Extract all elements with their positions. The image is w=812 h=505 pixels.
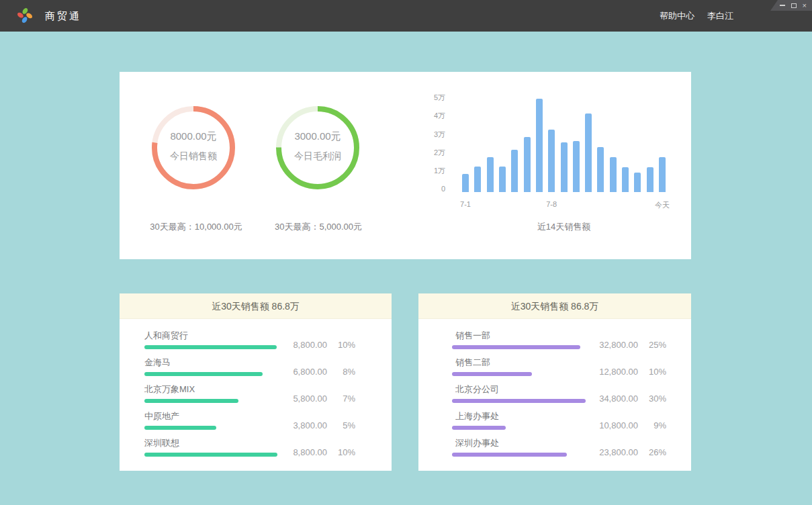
list-item-amount: 8,800.00 <box>293 447 327 457</box>
today-profit-max-caption: 30天最高：5,000.00元 <box>244 221 393 233</box>
bar <box>548 130 555 192</box>
list-item: 中原地产 3,800.00 5% <box>120 411 392 438</box>
list-item-percent: 10% <box>646 367 666 377</box>
bar-chart-xaxis: 7-17-8今天 <box>462 200 666 210</box>
bar <box>610 157 617 192</box>
app-title: 商贸通 <box>45 0 81 32</box>
today-profit-value: 3000.00元 <box>294 130 341 143</box>
list-item-name: 深圳联想 <box>144 438 392 448</box>
help-center-link[interactable]: 帮助中心 <box>660 10 694 22</box>
list-item-name: 金海马 <box>144 357 392 367</box>
list-item: 金海马 6,800.00 8% <box>120 357 392 384</box>
list-item-percent: 25% <box>646 340 666 350</box>
list-item-name: 北京万象MIX <box>144 384 392 394</box>
x-axis-tick: 今天 <box>655 200 670 210</box>
list-item-amount: 32,800.00 <box>599 340 638 350</box>
list-item-bar <box>144 426 216 430</box>
list-item-amount: 6,800.00 <box>293 367 327 377</box>
y-axis-tick: 0 <box>408 185 445 193</box>
x-axis-tick: 7-8 <box>546 200 557 208</box>
user-name[interactable]: 李白江 <box>707 10 733 22</box>
list-item-bar <box>144 345 277 349</box>
bar <box>585 113 592 192</box>
list-item: 销售二部 12,800.00 10% <box>418 357 691 384</box>
list-item-amount: 10,800.00 <box>599 420 638 430</box>
bar-chart-yaxis: 01万2万3万4万5万 <box>408 72 445 259</box>
summary-card: 8000.00元 今日销售额 30天最高：10,000.00元 3000.00元… <box>120 72 691 259</box>
list-item: 人和商贸行 8,800.00 10% <box>120 330 392 357</box>
list-item-percent: 10% <box>335 340 355 350</box>
list-item-bar <box>452 399 586 403</box>
maximize-icon[interactable] <box>791 3 797 8</box>
today-profit-donut: 3000.00元 今日毛利润 <box>274 104 361 191</box>
list-item-bar <box>452 453 567 457</box>
y-axis-tick: 3万 <box>408 130 445 140</box>
list-item-bar <box>144 453 277 457</box>
customers-list: 人和商贸行 8,800.00 10% 金海马 6,800.00 8% 北京万象M… <box>120 319 392 465</box>
y-axis-tick: 1万 <box>408 166 445 176</box>
bar <box>647 167 653 192</box>
bar <box>524 137 531 192</box>
bar <box>573 141 580 192</box>
list-item: 销售一部 32,800.00 25% <box>418 330 691 357</box>
list-item-percent: 7% <box>335 394 355 404</box>
bar <box>499 167 506 192</box>
today-sales-value: 8000.00元 <box>170 130 216 143</box>
today-profit-label: 今日毛利润 <box>294 150 341 163</box>
window-controls: × <box>770 0 812 11</box>
list-item-name: 人和商贸行 <box>144 330 392 340</box>
customers-card: 近30天销售额 86.8万 人和商贸行 8,800.00 10% 金海马 6,8… <box>120 293 392 471</box>
titlebar: 商贸通 帮助中心 李白江 × <box>0 0 812 32</box>
close-icon[interactable]: × <box>803 2 807 9</box>
list-item-name: 销售一部 <box>455 330 691 340</box>
list-item-name: 深圳办事处 <box>455 438 691 448</box>
list-item-name: 中原地产 <box>144 411 392 421</box>
today-sales-label: 今日销售额 <box>170 150 217 163</box>
list-item-bar <box>452 372 532 376</box>
bar <box>659 157 666 192</box>
bar <box>462 174 469 192</box>
departments-list: 销售一部 32,800.00 25% 销售二部 12,800.00 10% 北京… <box>418 319 691 465</box>
bar <box>536 99 543 192</box>
list-item: 深圳联想 8,800.00 10% <box>120 438 392 465</box>
list-item-amount: 34,800.00 <box>599 394 638 404</box>
departments-card: 近30天销售额 86.8万 销售一部 32,800.00 25% 销售二部 12… <box>418 293 691 471</box>
bar <box>561 142 568 192</box>
bar <box>487 157 494 192</box>
departments-card-title: 近30天销售额 86.8万 <box>418 293 691 319</box>
y-axis-tick: 4万 <box>408 111 445 121</box>
bar-chart-title: 近14天销售额 <box>462 221 666 233</box>
list-item: 深圳办事处 23,800.00 26% <box>418 438 691 465</box>
list-item: 北京分公司 34,800.00 30% <box>418 384 691 411</box>
list-item-percent: 26% <box>646 447 666 457</box>
app-logo-pinwheel-icon <box>15 6 34 25</box>
y-axis-tick: 5万 <box>408 93 445 103</box>
list-item-percent: 9% <box>646 420 666 430</box>
list-item-percent: 30% <box>646 394 666 404</box>
bar <box>474 167 481 192</box>
app-window: 商贸通 帮助中心 李白江 × 8000.00元 今日销售额 30天最高：10,0… <box>0 0 812 505</box>
list-item: 上海办事处 10,800.00 9% <box>418 411 691 438</box>
list-item-name: 销售二部 <box>455 357 691 367</box>
list-item-percent: 8% <box>335 367 355 377</box>
bar-chart-bars <box>462 98 666 192</box>
bar <box>597 147 604 192</box>
list-item-bar <box>144 399 238 403</box>
list-item: 北京万象MIX 5,800.00 7% <box>120 384 392 411</box>
bar <box>634 173 641 192</box>
list-item-percent: 5% <box>335 420 355 430</box>
list-item-name: 上海办事处 <box>455 411 691 421</box>
list-item-amount: 23,800.00 <box>599 447 638 457</box>
list-item-bar <box>452 426 506 430</box>
list-item-amount: 3,800.00 <box>293 420 327 430</box>
x-axis-tick: 7-1 <box>460 200 471 208</box>
list-item-amount: 12,800.00 <box>599 367 638 377</box>
y-axis-tick: 2万 <box>408 148 445 158</box>
list-item-percent: 10% <box>335 447 355 457</box>
list-item-bar <box>144 372 263 376</box>
customers-card-title: 近30天销售额 86.8万 <box>120 293 392 319</box>
minimize-icon[interactable] <box>780 5 785 6</box>
today-sales-donut: 8000.00元 今日销售额 <box>150 104 237 191</box>
list-item-bar <box>452 345 580 349</box>
bar <box>511 150 518 192</box>
